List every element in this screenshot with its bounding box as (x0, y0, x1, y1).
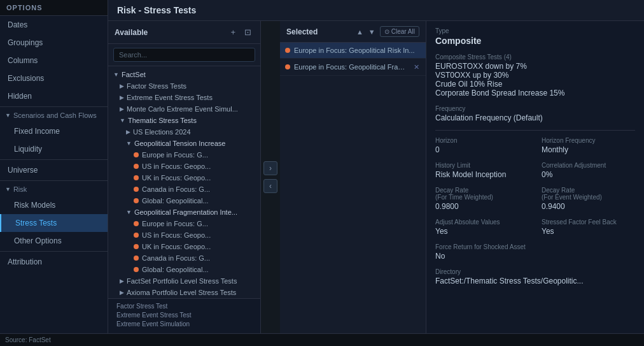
type-label: Type (435, 27, 635, 34)
composite-item-3: Crude Oil 10% Rise (435, 80, 635, 89)
tree-node-geo-frag[interactable]: ▼ Geopolitical Fragmentation Inte... (108, 206, 260, 218)
tree-node-canada-geo-f1[interactable]: Canada in Focus: G... (108, 252, 260, 264)
history-limit-label: History Limit (435, 162, 529, 169)
frequency-field: Frequency Calculation Frequency (Default… (435, 105, 635, 122)
sidebar-item-other-options[interactable]: Other Options (0, 232, 108, 250)
tree-node-geo-tension[interactable]: ▼ Geopolitical Tension Increase (108, 138, 260, 149)
sidebar: OPTIONS Dates Groupings Columns Exclusio… (0, 0, 108, 333)
decay-rate2-field: Decay Rate (For Event Weighted) 0.9400 (542, 187, 635, 211)
transfer-arrows: › ‹ (261, 21, 280, 333)
europe-geo-f1-label: Europe in Focus: G... (142, 220, 208, 227)
divider-2 (0, 159, 108, 160)
sidebar-section-risk[interactable]: ▼ Risk (0, 182, 108, 196)
sidebar-item-risk-models[interactable]: Risk Models (0, 196, 108, 214)
us-geo-f1-label: US in Focus: Geopo... (142, 231, 211, 239)
tree-node-europe-geo-f1[interactable]: Europe in Focus: G... (108, 218, 260, 229)
selected-item-1-text: Europe in Focus: Geopolitical Risk In... (294, 47, 421, 54)
force-return-field: Force Return for Shocked Asset No (435, 243, 635, 261)
clear-all-button[interactable]: ⊙ Clear All (380, 26, 419, 37)
transfer-left-button[interactable]: ‹ (263, 179, 277, 193)
tree-node-us-elections[interactable]: ▶ US Elections 2024 (108, 126, 260, 138)
composite-item-4: Corporate Bond Spread Increase 15% (435, 89, 635, 97)
factset-chevron: ▼ (113, 71, 119, 78)
tree-node-factset[interactable]: ▼ FactSet (108, 69, 260, 80)
page-header: Risk - Stress Tests (108, 0, 644, 21)
tree-node-uk-geo-f1[interactable]: UK in Focus: Geopo... (108, 241, 260, 252)
tree-node-monte-carlo[interactable]: ▶ Monte Carlo Extreme Event Simul... (108, 103, 260, 115)
horizon-field: Horizon 0 (435, 137, 529, 154)
horizon-value: 0 (435, 145, 529, 154)
sidebar-item-hidden[interactable]: Hidden (0, 87, 108, 105)
horizon-row: Horizon 0 Horizon Frequency Monthly (435, 137, 635, 154)
us-geo-t1-label: US in Focus: Geopo... (142, 162, 211, 170)
stressed-feel-field: Stressed Factor Feel Back Yes (542, 219, 635, 236)
tree-node-thematic[interactable]: ▼ Thematic Stress Tests (108, 115, 260, 126)
sidebar-item-dates[interactable]: Dates (0, 16, 108, 34)
selected-item-1-dot (285, 48, 290, 53)
tree-node-us-geo-f1[interactable]: US in Focus: Geopo... (108, 229, 260, 241)
tree-node-global-geo-t1[interactable]: Global: Geopolitical... (108, 195, 260, 206)
factset-portfolio-label: FactSet Portfolio Level Stress Tests (127, 277, 237, 285)
composite-field: Composite Stress Tests (4) EUROSTOXX dow… (435, 54, 635, 97)
sidebar-item-exclusions[interactable]: Exclusions (0, 69, 108, 87)
panels-container: Available + ⊡ ▼ FactSet (108, 21, 644, 333)
factset-portfolio-chevron: ▶ (120, 278, 124, 284)
sidebar-section-scenarios[interactable]: ▼ Scenarios and Cash Flows (0, 108, 108, 122)
type-field: Type Composite (435, 27, 635, 46)
decay-rate2-value: 0.9400 (542, 202, 635, 211)
tree-node-axioma-portfolio[interactable]: ▶ Axioma Portfolio Level Stress Tests (108, 287, 260, 298)
tree-node-us-geo-t1[interactable]: US in Focus: Geopo... (108, 161, 260, 172)
tree-node-factor-stress[interactable]: ▶ Factor Stress Tests (108, 80, 260, 92)
sidebar-item-fixed-income[interactable]: Fixed Income (0, 122, 108, 140)
sidebar-item-groupings[interactable]: Groupings (0, 34, 108, 52)
horizon-freq-label: Horizon Frequency (542, 137, 635, 144)
available-panel-header: Available + ⊡ (108, 21, 260, 44)
tree-node-europe-geo-t1[interactable]: Europe in Focus: G... (108, 149, 260, 161)
legend-item-factor: Factor Stress Test (113, 303, 255, 310)
sidebar-item-attribution[interactable]: Attribution (0, 253, 108, 271)
selected-item-1[interactable]: Europe in Focus: Geopolitical Risk In... (280, 43, 426, 59)
canada-geo-f1-label: Canada in Focus: G... (142, 254, 210, 262)
uk-geo-f1-label: UK in Focus: Geopo... (142, 243, 211, 250)
selected-item-2[interactable]: Europe in Focus: Geopolitical Fragm... ✕ (280, 59, 426, 76)
canada-geo-t1-dot (134, 187, 139, 192)
sidebar-item-liquidity[interactable]: Liquidity (0, 140, 108, 158)
search-box (108, 44, 260, 66)
tree-node-canada-geo-t1[interactable]: Canada in Focus: G... (108, 184, 260, 195)
horizon-label: Horizon (435, 137, 529, 144)
template-button[interactable]: ⊡ (242, 26, 254, 38)
sidebar-item-columns[interactable]: Columns (0, 52, 108, 69)
type-value: Composite (435, 36, 635, 46)
frequency-label: Frequency (435, 105, 635, 112)
sort-up-button[interactable]: ▲ (354, 27, 365, 36)
selected-panel-header: Selected ▲ ▼ ⊙ Clear All (280, 21, 426, 43)
sort-buttons: ▲ ▼ (354, 27, 377, 36)
decay-rate-label: Decay Rate (For Time Weighted) (435, 187, 529, 201)
sidebar-item-stress-tests[interactable]: Stress Tests (0, 214, 108, 232)
app-container: OPTIONS Dates Groupings Columns Exclusio… (0, 0, 644, 346)
footer-text: Source: FactSet (5, 336, 51, 343)
add-item-button[interactable]: + (228, 26, 238, 38)
tree-node-factset-portfolio[interactable]: ▶ FactSet Portfolio Level Stress Tests (108, 275, 260, 287)
transfer-right-button[interactable]: › (263, 161, 277, 175)
tree-node-uk-geo-t1[interactable]: UK in Focus: Geopo... (108, 172, 260, 184)
search-input[interactable] (113, 48, 255, 62)
directory-label: Directory (435, 268, 635, 275)
monte-carlo-label: Monte Carlo Extreme Event Simul... (127, 105, 238, 113)
us-elections-chevron: ▶ (126, 129, 130, 135)
legend-label-factor: Factor Stress Test (116, 303, 167, 310)
tree-node-extreme-event[interactable]: ▶ Extreme Event Stress Tests (108, 92, 260, 103)
sort-down-button[interactable]: ▼ (367, 27, 377, 36)
global-geo-t1-label: Global: Geopolitical... (142, 197, 209, 205)
composite-label: Composite Stress Tests (4) (435, 54, 635, 61)
force-return-label: Force Return for Shocked Asset (435, 243, 635, 250)
remove-item-2-button[interactable]: ✕ (412, 62, 421, 71)
scenarios-chevron: ▼ (5, 112, 11, 119)
selected-items-list: Europe in Focus: Geopolitical Risk In...… (280, 43, 426, 333)
divider-1 (0, 106, 108, 107)
sidebar-item-universe[interactable]: Universe (0, 161, 108, 179)
tree-node-global-geo-f1[interactable]: Global: Geopolitical... (108, 264, 260, 275)
selected-item-2-text: Europe in Focus: Geopolitical Fragm... (294, 63, 408, 71)
composite-item-2: VST0OXX up by 30% (435, 71, 635, 80)
geo-tension-chevron: ▼ (126, 140, 132, 147)
